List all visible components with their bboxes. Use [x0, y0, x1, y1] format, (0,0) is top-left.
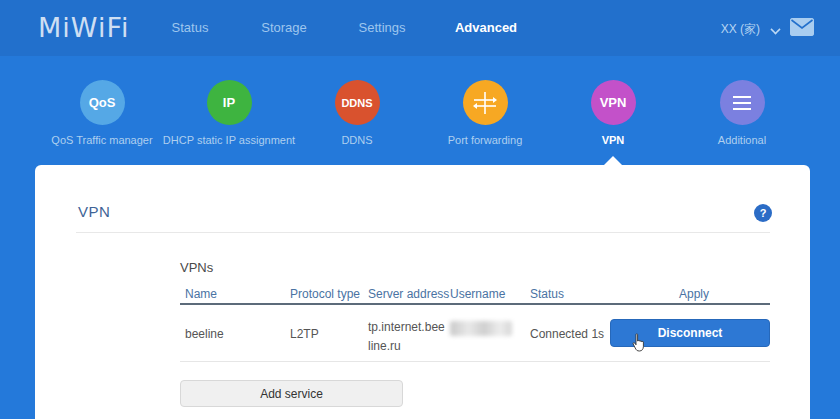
vpn-protocol-cell: L2TP: [290, 327, 319, 341]
title-divider: [76, 232, 770, 233]
advanced-item-additional[interactable]: Additional: [657, 80, 827, 146]
row-divider: [180, 361, 770, 362]
vpn-username-redacted: [450, 321, 512, 336]
vpn-status-cell: Connected 1s: [530, 327, 604, 341]
account-menu[interactable]: XX (家): [721, 21, 760, 38]
qos-badge-text: QoS: [89, 95, 116, 110]
disconnect-button[interactable]: Disconnect: [610, 319, 770, 347]
vpn-badge-text: VPN: [600, 95, 627, 110]
tab-status[interactable]: Status: [172, 20, 209, 35]
tab-advanced[interactable]: Advanced: [455, 20, 517, 35]
ip-badge-text: IP: [223, 95, 235, 110]
column-header-apply: Apply: [679, 287, 709, 301]
column-header-server: Server address: [368, 287, 449, 301]
port-forwarding-crosshair-icon: [463, 80, 508, 125]
qos-icon: QoS: [80, 80, 125, 125]
tab-storage[interactable]: Storage: [261, 20, 307, 35]
vpns-section-heading: VPNs: [180, 260, 213, 275]
active-tab-pointer: [604, 156, 622, 165]
top-header-bar: MiWiFi Status Storage Settings Advanced …: [0, 0, 840, 56]
vpn-name-cell: beeline: [185, 327, 224, 341]
chevron-down-icon[interactable]: [771, 25, 780, 34]
mail-icon[interactable]: [790, 18, 814, 36]
page-title: VPN: [78, 203, 110, 220]
ddns-badge-text: DDNS: [341, 97, 372, 109]
vpn-server-cell: tp.internet.beeline.ru: [368, 318, 446, 355]
tab-settings[interactable]: Settings: [359, 20, 406, 35]
add-service-button[interactable]: Add service: [180, 380, 403, 407]
column-header-name: Name: [185, 287, 217, 301]
miwifi-logo: MiWiFi: [38, 12, 129, 43]
ddns-icon: DDNS: [335, 80, 380, 125]
miwifi-advanced-vpn-page: { "header": { "logo": "MiWiFi", "nav": […: [0, 0, 840, 419]
vpn-icon: VPN: [591, 80, 636, 125]
advanced-item-label: Additional: [657, 134, 827, 146]
menu-lines-icon: [720, 80, 765, 125]
column-header-status: Status: [530, 287, 564, 301]
vpn-panel: VPN ? VPNs Name Protocol type Server add…: [35, 165, 810, 419]
table-header-underline: [180, 303, 770, 305]
column-header-protocol: Protocol type: [290, 287, 360, 301]
help-icon[interactable]: ?: [754, 204, 772, 222]
ip-icon: IP: [207, 80, 252, 125]
column-header-username: Username: [450, 287, 505, 301]
